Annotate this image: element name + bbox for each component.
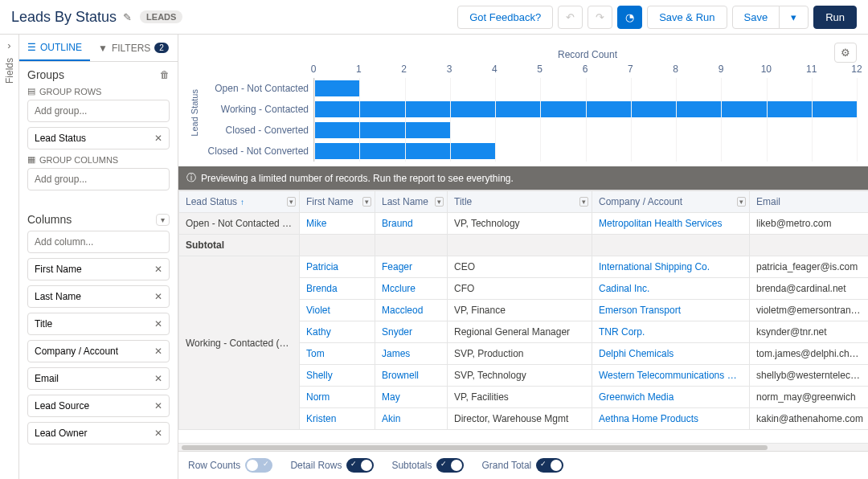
remove-col-icon[interactable]: ✕: [154, 264, 162, 275]
horizontal-scrollbar[interactable]: [178, 443, 868, 451]
chart-x-tick: 0: [311, 63, 317, 75]
detail-rows-label: Detail Rows: [290, 460, 342, 471]
cols-icon: ▦: [27, 154, 35, 165]
table-cell[interactable]: Metropolitan Health Services: [592, 213, 750, 235]
table-cell[interactable]: Brenda: [300, 278, 375, 300]
remove-col-icon[interactable]: ✕: [154, 318, 162, 330]
th-last-name[interactable]: Last Name▾: [375, 191, 448, 213]
table-cell[interactable]: Violet: [300, 300, 375, 321]
table-cell[interactable]: Braund: [375, 213, 448, 235]
undo-button[interactable]: ↶: [558, 6, 583, 29]
tab-outline-label: OUTLINE: [40, 42, 82, 53]
th-title[interactable]: Title▾: [448, 191, 592, 213]
table-cell[interactable]: TNR Corp.: [592, 321, 750, 343]
row-counts-toggle[interactable]: ✓: [245, 458, 272, 473]
chart-bar[interactable]: [314, 80, 359, 96]
table-cell[interactable]: Kathy: [300, 321, 375, 343]
chart-title: Record Count: [190, 49, 857, 60]
remove-col-icon[interactable]: ✕: [154, 291, 162, 302]
table-cell[interactable]: Cadinal Inc.: [592, 278, 750, 300]
tab-filters[interactable]: ▼ FILTERS 2: [90, 35, 177, 61]
table-cell[interactable]: Maccleod: [375, 300, 448, 321]
table-cell[interactable]: Patricia: [300, 256, 375, 278]
fields-rail[interactable]: › Fields: [0, 35, 19, 479]
table-cell[interactable]: Akin: [375, 408, 448, 430]
expand-fields-icon[interactable]: ›: [7, 39, 10, 51]
table-cell: VP, Technology: [448, 213, 592, 235]
save-button[interactable]: Save: [732, 6, 780, 29]
table-cell[interactable]: James: [375, 343, 448, 365]
remove-col-icon[interactable]: ✕: [154, 346, 162, 357]
table-cell[interactable]: Delphi Chemicals: [592, 343, 750, 365]
remove-group-row-icon[interactable]: ✕: [154, 133, 162, 144]
table-cell[interactable]: Norm: [300, 387, 375, 408]
remove-col-icon[interactable]: ✕: [154, 400, 162, 411]
group-row-pill-label: Lead Status: [35, 133, 86, 144]
table-cell[interactable]: Shelly: [300, 365, 375, 387]
table-cell[interactable]: May: [375, 387, 448, 408]
col-menu-icon[interactable]: ▾: [435, 197, 444, 207]
column-pill-email[interactable]: Email✕: [27, 367, 170, 390]
save-dropdown-button[interactable]: ▾: [779, 6, 809, 29]
group-row-pill-lead-status[interactable]: Lead Status ✕: [27, 127, 170, 149]
chart-x-tick: 4: [492, 63, 497, 75]
column-pill-first-name[interactable]: First Name✕: [27, 258, 170, 280]
table-cell[interactable]: Greenwich Media: [592, 387, 750, 408]
redo-button[interactable]: ↷: [588, 6, 612, 29]
column-pill-lead-source[interactable]: Lead Source✕: [27, 395, 170, 417]
col-menu-icon[interactable]: ▾: [362, 197, 371, 207]
save-button-group: Save ▾: [727, 6, 809, 29]
chart-bar[interactable]: [314, 122, 450, 138]
table-cell: shellyb@westerntelecom: [750, 365, 869, 387]
feedback-button[interactable]: Got Feedback?: [457, 6, 553, 29]
th-company[interactable]: Company / Account▾: [592, 191, 750, 213]
add-column-input[interactable]: Add column...: [27, 231, 170, 253]
add-group-col-input[interactable]: Add group...: [27, 168, 170, 190]
save-and-run-button[interactable]: Save & Run: [647, 6, 727, 29]
th-lead-status[interactable]: Lead Status↑▾: [179, 191, 300, 213]
chart-x-tick: 3: [447, 63, 452, 75]
chart-x-tick: 8: [673, 63, 678, 75]
detail-rows-toggle[interactable]: ✓: [346, 458, 374, 473]
scroll-thumb[interactable]: [182, 445, 768, 450]
col-menu-icon[interactable]: ▾: [287, 197, 296, 207]
table-cell[interactable]: Tom: [300, 343, 375, 365]
settings-gear-button[interactable]: ⚙: [834, 43, 857, 63]
run-button[interactable]: Run: [813, 6, 857, 29]
table-cell[interactable]: Emerson Transport: [592, 300, 750, 321]
th-email[interactable]: Email: [750, 191, 869, 213]
table-cell[interactable]: Kristen: [300, 408, 375, 430]
chart-toggle-button[interactable]: ◔: [617, 6, 642, 29]
edit-title-icon[interactable]: ✎: [123, 11, 132, 23]
table-cell[interactable]: Western Telecommunications Corp.: [592, 365, 750, 387]
col-menu-icon[interactable]: ▾: [737, 197, 746, 207]
table-cell[interactable]: Aethna Home Products: [592, 408, 750, 430]
table-cell[interactable]: Snyder: [375, 321, 448, 343]
column-pill-lead-owner[interactable]: Lead Owner✕: [27, 422, 170, 444]
column-pill-title[interactable]: Title✕: [27, 313, 170, 335]
subtotals-toggle[interactable]: ✓: [436, 458, 464, 473]
group-rows-label: GROUP ROWS: [39, 87, 101, 96]
column-pill-last-name[interactable]: Last Name✕: [27, 285, 170, 308]
add-group-row-input[interactable]: Add group...: [27, 100, 170, 122]
table-cell[interactable]: Brownell: [375, 365, 448, 387]
grand-total-toggle[interactable]: ✓: [536, 458, 563, 473]
remove-col-icon[interactable]: ✕: [154, 373, 162, 384]
table-cell[interactable]: International Shipping Co.: [592, 256, 750, 278]
tab-outline[interactable]: ☰ OUTLINE: [19, 35, 90, 61]
chart-category: Working - Contacted: [201, 99, 313, 120]
columns-menu-button[interactable]: ▾: [156, 214, 170, 226]
table-cell[interactable]: Feager: [375, 256, 448, 278]
chart-x-tick: 2: [401, 63, 407, 75]
table-cell: CEO: [448, 256, 592, 278]
clear-groups-icon[interactable]: 🗑: [160, 69, 170, 80]
table-cell: norm_may@greenwich: [750, 387, 869, 408]
table-cell[interactable]: Mike: [300, 213, 375, 235]
table-cell[interactable]: Mcclure: [375, 278, 448, 300]
report-table-wrap[interactable]: Lead Status↑▾ First Name▾ Last Name▾ Tit…: [178, 190, 868, 443]
th-first-name[interactable]: First Name▾: [300, 191, 375, 213]
col-menu-icon[interactable]: ▾: [579, 197, 588, 207]
remove-col-icon[interactable]: ✕: [154, 428, 162, 439]
outline-icon: ☰: [27, 42, 36, 53]
column-pill-company[interactable]: Company / Account✕: [27, 340, 170, 362]
